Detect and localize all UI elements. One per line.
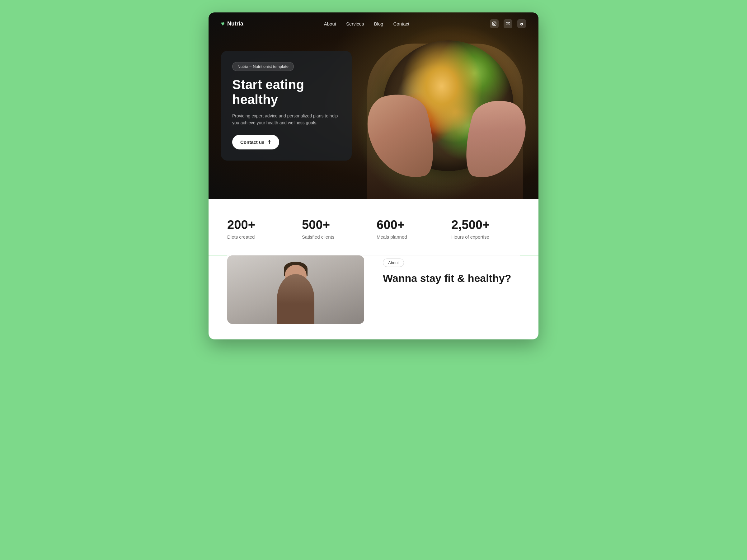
person-body [277, 274, 314, 324]
hero-title: Start eating healthy [232, 77, 340, 107]
nav-link-blog[interactable]: Blog [374, 21, 383, 26]
svg-marker-4 [508, 23, 509, 25]
nav-links: About Services Blog Contact [324, 21, 409, 26]
about-title: Wanna stay fit & healthy? [383, 272, 520, 285]
stat-diets: 200+ Diets created [227, 218, 296, 240]
logo[interactable]: ♥ Nutria [221, 20, 243, 27]
navbar: ♥ Nutria About Services Blog Contact [209, 12, 538, 35]
logo-text: Nutria [227, 21, 243, 27]
social-links [490, 19, 526, 28]
nav-link-services[interactable]: Services [346, 21, 364, 26]
logo-heart-icon: ♥ [221, 20, 225, 27]
stat-diets-number: 200+ [227, 218, 296, 232]
stat-clients-label: Satisfied clients [302, 234, 370, 240]
stat-diets-label: Diets created [227, 234, 296, 240]
bowl-container [383, 41, 514, 171]
stat-meals: 600+ Meals planned [377, 218, 445, 240]
about-image [227, 256, 364, 324]
arrow-icon: ↗ [265, 139, 273, 146]
hero-section: ♥ Nutria About Services Blog Contact [209, 12, 538, 199]
youtube-icon[interactable] [504, 19, 512, 28]
stat-hours-number: 2,500+ [451, 218, 520, 232]
stat-meals-label: Meals planned [377, 234, 445, 240]
hero-badge: Nutria – Nutritionist template [232, 62, 294, 71]
contact-us-button[interactable]: Contact us ↗ [232, 135, 279, 150]
svg-point-1 [493, 23, 495, 25]
nav-link-about[interactable]: About [324, 21, 336, 26]
food-visual [324, 12, 538, 199]
about-section: About Wanna stay fit & healthy? [209, 256, 538, 340]
hero-subtitle: Providing expert advice and personalized… [232, 112, 340, 126]
svg-rect-0 [492, 22, 496, 26]
stat-hours-label: Hours of expertise [451, 234, 520, 240]
cta-label: Contact us [240, 140, 264, 145]
stat-hours: 2,500+ Hours of expertise [451, 218, 520, 240]
about-badge: About [383, 259, 404, 267]
stat-meals-number: 600+ [377, 218, 445, 232]
stats-section: 200+ Diets created 500+ Satisfied client… [209, 199, 538, 255]
tiktok-icon[interactable] [517, 19, 526, 28]
stat-clients-number: 500+ [302, 218, 370, 232]
about-content: About Wanna stay fit & healthy? [383, 256, 520, 285]
instagram-icon[interactable] [490, 19, 499, 28]
svg-point-2 [495, 22, 495, 23]
hero-content-card: Nutria – Nutritionist template Start eat… [221, 51, 352, 161]
page-wrapper: ♥ Nutria About Services Blog Contact [209, 12, 538, 340]
nav-link-contact[interactable]: Contact [393, 21, 409, 26]
stat-clients: 500+ Satisfied clients [302, 218, 370, 240]
